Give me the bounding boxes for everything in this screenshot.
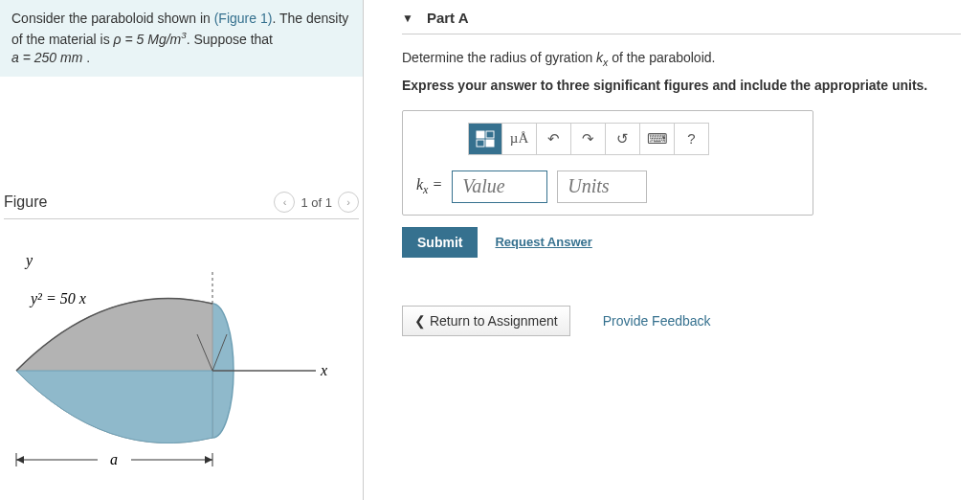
figure-next-button[interactable]: › <box>338 192 359 213</box>
collapse-icon: ▼ <box>402 11 413 25</box>
submit-button[interactable]: Submit <box>402 227 478 258</box>
figure-link[interactable]: (Figure 1) <box>214 11 273 26</box>
figure-prev-button[interactable]: ‹ <box>274 192 295 213</box>
answer-variable: kx = <box>416 176 442 197</box>
parabola-equation: y² = 50 x <box>29 290 86 307</box>
reset-button[interactable]: ↺ <box>606 123 640 155</box>
problem-text-1: Consider the paraboloid shown in <box>11 11 214 26</box>
units-input[interactable] <box>557 170 647 203</box>
undo-button[interactable]: ↶ <box>537 123 571 155</box>
figure-nav-count: 1 of 1 <box>301 195 332 210</box>
problem-period: . <box>82 50 90 65</box>
units-button[interactable]: µÅ <box>502 123 537 155</box>
keyboard-button[interactable]: ⌨ <box>640 123 675 155</box>
svg-rect-12 <box>477 131 484 138</box>
answer-container: µÅ ↶ ↷ ↺ ⌨ ? kx = <box>402 110 813 216</box>
problem-text-3: . Suppose that <box>187 31 273 46</box>
problem-statement: Consider the paraboloid shown in (Figure… <box>0 0 363 77</box>
rho-expression: ρ = 5 Mg/m <box>114 31 182 46</box>
svg-marker-11 <box>205 456 212 464</box>
y-axis-label: y <box>24 252 33 269</box>
figure-image: y y² = 50 x x <box>4 239 359 481</box>
value-input[interactable] <box>452 170 547 203</box>
provide-feedback-link[interactable]: Provide Feedback <box>603 313 711 329</box>
a-expression: a = 250 mm <box>11 50 82 65</box>
svg-rect-15 <box>486 140 494 147</box>
return-button[interactable]: ❮ Return to Assignment <box>402 306 570 336</box>
redo-button[interactable]: ↷ <box>571 123 606 155</box>
part-header[interactable]: ▼ Part A <box>402 6 961 34</box>
a-dimension-label: a <box>110 451 118 467</box>
help-button[interactable]: ? <box>675 123 709 155</box>
question-text: Determine the radius of gyration kx of t… <box>402 50 961 68</box>
formula-toolbar: µÅ ↶ ↷ ↺ ⌨ ? <box>468 123 799 155</box>
svg-rect-14 <box>477 140 484 147</box>
part-title: Part A <box>427 10 469 26</box>
svg-rect-13 <box>486 131 494 138</box>
x-axis-label: x <box>320 362 327 378</box>
templates-button[interactable] <box>468 123 502 155</box>
answer-instruction: Express your answer to three significant… <box>402 78 961 93</box>
request-answer-link[interactable]: Request Answer <box>495 235 591 249</box>
svg-marker-10 <box>16 456 24 464</box>
figure-heading: Figure <box>4 193 47 211</box>
